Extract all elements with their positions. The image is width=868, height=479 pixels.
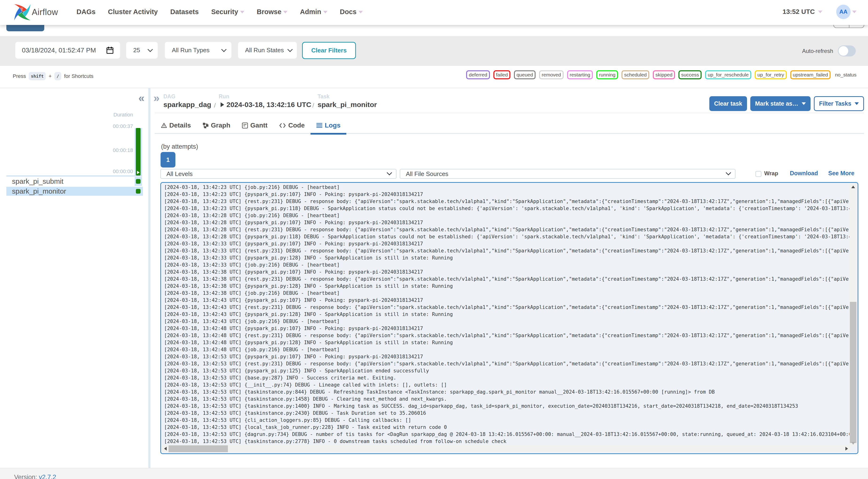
legend-badge-skipped[interactable]: skipped xyxy=(653,70,675,79)
legend-badge-scheduled[interactable]: scheduled xyxy=(621,70,649,79)
clock-caret-icon xyxy=(818,10,822,13)
scroll-down-icon[interactable] xyxy=(851,442,855,445)
auto-refresh-toggle[interactable] xyxy=(838,45,856,57)
vertical-scroll-thumb[interactable] xyxy=(850,302,857,443)
chevron-down-icon xyxy=(221,46,227,52)
tab-details[interactable]: Details xyxy=(155,118,197,133)
expand-panel-icon[interactable]: » xyxy=(154,92,160,103)
airflow-brand[interactable]: Airflow xyxy=(13,3,58,22)
avatar-caret-icon xyxy=(852,10,857,13)
wrap-label: Wrap xyxy=(764,170,778,177)
legend-badge-up_for_reschedule[interactable]: up_for_reschedule xyxy=(705,70,751,79)
legend-badge-success[interactable]: success xyxy=(679,70,702,79)
filter-bar: 03/18/2024, 01:52:47 PM 25 All Run Types… xyxy=(0,36,868,66)
clear-filters-button[interactable]: Clear Filters xyxy=(302,42,356,59)
sidebar-divider[interactable] xyxy=(148,88,150,468)
task-row-spark_pi_monitor[interactable]: spark_pi_monitor xyxy=(6,187,143,196)
task-instance-square-success[interactable] xyxy=(136,179,141,184)
nav-item-browse[interactable]: Browse xyxy=(257,8,288,16)
run-types-select[interactable]: All Run Types xyxy=(165,42,231,59)
airflow-grid-page: Airflow DAGsCluster ActivityDatasetsSecu… xyxy=(0,0,868,479)
code-icon xyxy=(279,123,286,128)
wrap-checkbox[interactable] xyxy=(755,171,762,177)
see-more-link[interactable]: See More xyxy=(828,170,854,177)
download-link[interactable]: Download xyxy=(790,170,818,177)
scroll-right-icon[interactable] xyxy=(845,447,848,450)
log-horizontal-scrollbar[interactable] xyxy=(162,445,851,453)
nav-item-dags[interactable]: DAGs xyxy=(76,8,96,16)
caret-down-icon xyxy=(855,102,859,105)
filter-tasks-button[interactable]: Filter Tasks xyxy=(814,96,864,111)
shortcut-suffix-text: for Shortcuts xyxy=(64,73,93,79)
breadcrumb-run-value[interactable]: 2024-03-18, 13:42:16 UTC xyxy=(219,101,311,109)
nav-item-cluster-activity[interactable]: Cluster Activity xyxy=(108,8,158,16)
tab-graph[interactable]: Graph xyxy=(197,118,236,133)
task-detail-panel: » DAG sparkapp_dag / Run 2024-03-18, 13:… xyxy=(150,88,868,468)
mark-state-label: Mark state as… xyxy=(755,100,798,107)
date-filter-input[interactable]: 03/18/2024, 01:52:47 PM xyxy=(15,42,120,59)
breadcrumb-dag-value[interactable]: sparkapp_dag xyxy=(163,101,211,109)
log-vertical-scrollbar[interactable] xyxy=(849,184,857,446)
clear-task-button[interactable]: Clear task xyxy=(709,96,747,111)
dag-run-duration-bar[interactable] xyxy=(136,128,141,175)
nav-item-datasets[interactable]: Datasets xyxy=(170,8,199,16)
caret-down-icon xyxy=(240,11,244,13)
run-states-select[interactable]: All Run States xyxy=(238,42,297,59)
caret-down-icon xyxy=(359,11,363,13)
attempt-1-button[interactable]: 1 xyxy=(160,152,176,167)
page-size-value: 25 xyxy=(133,46,140,54)
legend-badge-restarting[interactable]: restarting xyxy=(567,70,593,79)
run-types-value: All Run Types xyxy=(172,46,210,54)
task-name: spark_pi_submit xyxy=(12,178,63,185)
filter-tasks-label: Filter Tasks xyxy=(819,100,851,107)
avatar[interactable]: AA xyxy=(836,5,850,19)
shortcut-press-text: Press xyxy=(13,73,26,79)
log-text[interactable]: [2024-03-18, 13:42:23 UTC] {job.py:216} … xyxy=(161,184,849,445)
brand-name: Airflow xyxy=(32,7,58,17)
manual-run-icon xyxy=(221,102,224,107)
clock[interactable]: 13:52 UTC xyxy=(782,8,815,15)
version-link[interactable]: v2.7.2 xyxy=(39,474,56,479)
airflow-logo-icon xyxy=(13,3,32,22)
horizontal-scroll-thumb[interactable] xyxy=(168,445,228,452)
tab-label: Details xyxy=(169,122,191,129)
duration-axis-title: Duration xyxy=(114,112,133,118)
mark-state-button[interactable]: Mark state as… xyxy=(750,96,811,111)
nav-item-security[interactable]: Security xyxy=(211,8,244,16)
nav-item-docs[interactable]: Docs xyxy=(340,8,363,16)
legend-badge-deferred[interactable]: deferred xyxy=(466,70,490,79)
breadcrumb-separator: / xyxy=(312,102,314,109)
breadcrumb-task-value[interactable]: spark_pi_monitor xyxy=(318,101,377,109)
scroll-up-icon[interactable] xyxy=(851,186,855,188)
legend-badge-up_for_retry[interactable]: up_for_retry xyxy=(755,70,786,79)
tab-logs[interactable]: Logs xyxy=(311,118,346,133)
scroll-left-icon[interactable] xyxy=(164,447,167,450)
legend-badge-queued[interactable]: queued xyxy=(514,70,535,79)
duration-tick: 00:00:18 xyxy=(113,147,133,153)
caret-down-icon xyxy=(323,11,328,13)
logs-icon xyxy=(316,123,322,128)
tab-code[interactable]: Code xyxy=(273,118,311,133)
page-size-select[interactable]: 25 xyxy=(126,42,158,59)
task-row-spark_pi_submit[interactable]: spark_pi_submit xyxy=(6,177,143,186)
legend-badge-no_status[interactable]: no_status xyxy=(834,71,857,78)
footer: Version: v2.7.2 xyxy=(0,468,868,479)
chevron-down-icon xyxy=(287,46,292,52)
legend-row: Press shift + / for Shortcuts deferredfa… xyxy=(0,66,868,88)
legend-badge-removed[interactable]: removed xyxy=(539,70,564,79)
task-instance-square-success[interactable] xyxy=(136,189,141,194)
task-instance-cell xyxy=(135,187,142,196)
file-source-select[interactable]: All File Sources xyxy=(400,169,736,179)
legend-badge-running[interactable]: running xyxy=(596,70,618,79)
legend-badge-failed[interactable]: failed xyxy=(493,70,510,79)
tab-label: Logs xyxy=(324,122,340,129)
log-output-box: [2024-03-18, 13:42:23 UTC] {job.py:216} … xyxy=(160,182,858,454)
legend-badge-upstream_failed[interactable]: upstream_failed xyxy=(790,70,831,79)
slash-key: / xyxy=(54,72,61,80)
breadcrumb-run-label: Run xyxy=(219,93,311,100)
collapse-sidebar-icon[interactable]: « xyxy=(138,92,145,103)
nav-item-admin[interactable]: Admin xyxy=(300,8,327,16)
tab-gantt[interactable]: Gantt xyxy=(236,118,273,133)
breadcrumb-separator: / xyxy=(214,102,216,109)
log-level-select[interactable]: All Levels xyxy=(160,169,397,179)
